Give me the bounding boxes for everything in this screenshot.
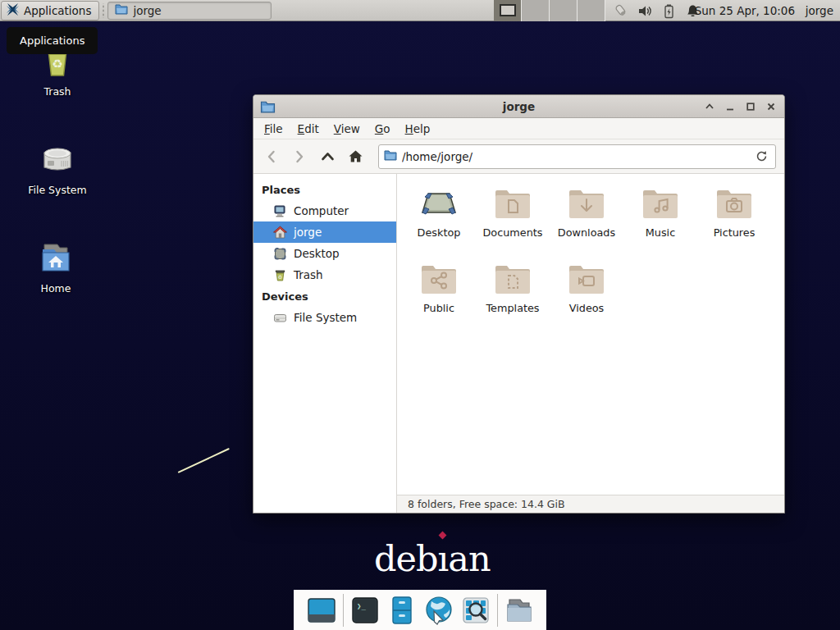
menubar: File Edit View Go Help <box>253 118 784 139</box>
logo-dotless-i: ı <box>438 538 449 579</box>
sidebar-item-desktop[interactable]: Desktop <box>253 243 396 264</box>
file-manager-window: jorge File Edit View Go Help <box>253 94 785 514</box>
desktop-icon-label: File System <box>16 184 98 196</box>
folder-icon[interactable] <box>504 595 535 626</box>
panel-user-menu[interactable]: jorge <box>806 0 833 21</box>
web-browser-icon[interactable] <box>423 595 454 626</box>
menu-edit[interactable]: Edit <box>290 119 326 139</box>
desktop-icon-home[interactable]: Home <box>15 238 97 294</box>
panel-handle[interactable] <box>101 3 106 18</box>
path-input[interactable] <box>402 150 747 163</box>
desktop-special-icon <box>419 186 459 221</box>
documents-folder-icon <box>493 186 532 221</box>
sidebar-item-file-system[interactable]: File System <box>253 307 396 328</box>
desktop-icon <box>273 247 287 261</box>
sidebar-item-label: jorge <box>294 226 322 239</box>
desktop-icon-file-system[interactable]: File System <box>16 139 98 196</box>
cursor-trail-artifact <box>178 448 230 473</box>
status-text: 8 folders, Free space: 14.4 GiB <box>408 498 565 510</box>
menu-go[interactable]: Go <box>368 119 398 139</box>
sidebar-item-label: Computer <box>294 204 349 217</box>
maximize-button[interactable] <box>743 99 757 113</box>
svg-text:♻: ♻ <box>52 57 62 71</box>
folder-item-label: Templates <box>486 302 539 314</box>
volume-icon[interactable] <box>637 3 653 19</box>
sidebar-item-jorge[interactable]: jorge <box>253 221 396 243</box>
computer-icon <box>273 204 287 218</box>
close-button[interactable] <box>764 99 778 113</box>
music-folder-icon <box>641 186 680 221</box>
folder-item-templates[interactable]: Templates <box>476 256 550 326</box>
dock-separator <box>343 594 344 627</box>
up-button[interactable] <box>314 144 340 169</box>
file-manager-icon[interactable] <box>386 595 418 626</box>
trash-icon: ♻ <box>273 268 287 282</box>
dock-panel: ❯_ <box>294 590 546 630</box>
sidebar-item-label: Trash <box>294 268 323 281</box>
logo-text-prefix: deb <box>374 538 438 579</box>
xfce-menu-icon <box>6 2 20 19</box>
sidebar-header-places: Places <box>253 179 396 200</box>
workspace-1[interactable] <box>494 0 522 21</box>
pictures-folder-icon <box>714 186 754 221</box>
taskbar-window-label: jorge <box>133 4 161 17</box>
reload-icon[interactable] <box>752 148 770 166</box>
folder-item-music[interactable]: Music <box>623 180 697 251</box>
system-tray <box>614 0 701 21</box>
app-finder-icon[interactable] <box>460 595 491 626</box>
sidebar-item-trash[interactable]: ♻ Trash <box>253 264 396 285</box>
terminal-icon[interactable]: ❯_ <box>349 595 381 626</box>
folder-item-documents[interactable]: Documents <box>476 180 550 251</box>
desktop-icon-label: Trash <box>16 85 98 98</box>
location-bar[interactable] <box>378 144 776 169</box>
folder-item-pictures[interactable]: Pictures <box>697 180 771 251</box>
taskbar-window-button[interactable]: jorge <box>107 2 272 20</box>
applications-tooltip: Applications <box>7 27 98 54</box>
input-device-icon[interactable] <box>614 3 629 19</box>
videos-folder-icon <box>567 262 606 296</box>
shade-button[interactable] <box>702 99 716 113</box>
forward-button[interactable] <box>286 144 313 169</box>
folder-item-public[interactable]: Public <box>402 256 476 326</box>
workspace-2[interactable] <box>522 0 550 21</box>
file-pane: Desktop Documents <box>397 174 784 513</box>
menu-view[interactable]: View <box>326 119 368 139</box>
panel-clock[interactable]: Sun 25 Apr, 10:06 <box>695 0 795 21</box>
workspace-3[interactable] <box>550 0 578 21</box>
sidebar-item-computer[interactable]: Computer <box>253 200 396 221</box>
applications-menu-button[interactable]: Applications <box>1 1 99 21</box>
svg-text:♻: ♻ <box>278 273 282 279</box>
applications-menu-label: Applications <box>24 4 91 17</box>
workspace-4[interactable] <box>578 0 605 21</box>
desktop-icon-label: Home <box>15 282 97 294</box>
folder-icon <box>384 149 397 163</box>
battery-icon[interactable] <box>661 3 677 19</box>
debian-logo: debıan <box>374 541 491 577</box>
folder-item-label: Music <box>646 226 675 239</box>
svg-text:❯_: ❯_ <box>357 602 366 610</box>
minimize-button[interactable] <box>723 99 737 113</box>
folder-item-label: Videos <box>569 302 605 314</box>
back-button[interactable] <box>258 144 285 169</box>
folder-item-videos[interactable]: Videos <box>550 256 623 326</box>
templates-folder-icon <box>493 262 532 296</box>
sidebar-item-label: File System <box>294 311 357 324</box>
folder-item-desktop[interactable]: Desktop <box>402 180 476 251</box>
menu-file[interactable]: File <box>257 119 290 139</box>
downloads-folder-icon <box>567 186 606 221</box>
file-view[interactable]: Desktop Documents <box>397 174 784 495</box>
dock-separator <box>497 594 498 627</box>
window-titlebar[interactable]: jorge <box>253 95 784 118</box>
folder-item-downloads[interactable]: Downloads <box>550 180 623 251</box>
folder-item-label: Public <box>423 302 454 314</box>
status-bar: 8 folders, Free space: 14.4 GiB <box>397 495 784 513</box>
folder-item-label: Downloads <box>558 226 615 239</box>
home-folder-icon <box>36 238 75 277</box>
folder-item-label: Documents <box>483 226 543 239</box>
workspace-window-thumbnail <box>500 4 516 16</box>
menu-help[interactable]: Help <box>398 119 438 139</box>
show-desktop-icon[interactable] <box>306 595 337 626</box>
hard-drive-icon <box>38 139 77 179</box>
home-button[interactable] <box>342 144 368 169</box>
top-panel: Applications jorge <box>0 0 840 21</box>
